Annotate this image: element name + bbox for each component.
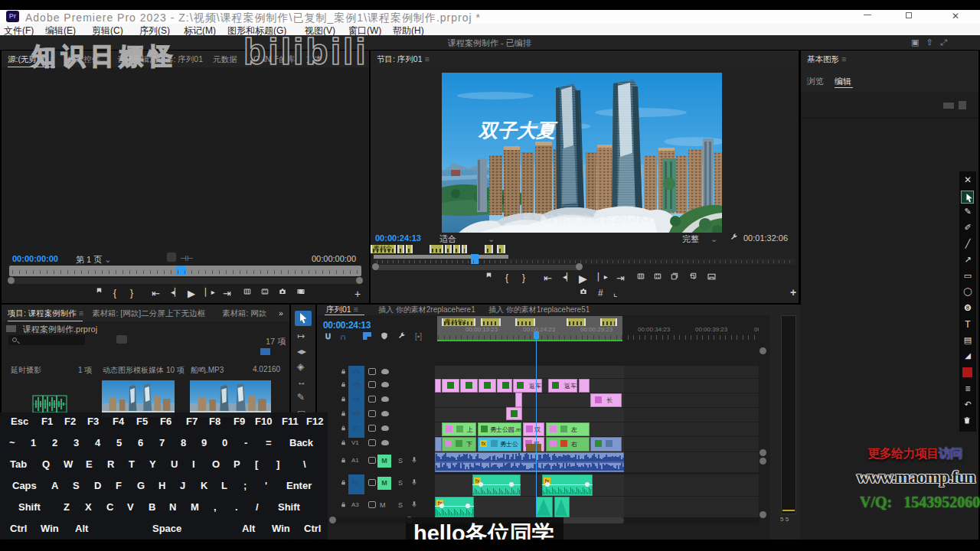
svg-text:双子大夏: 双子大夏 bbox=[478, 119, 558, 141]
svg-text:长沙妹陀带你看长沙GIKI: 长沙妹陀带你看长沙GIKI bbox=[522, 213, 652, 224]
